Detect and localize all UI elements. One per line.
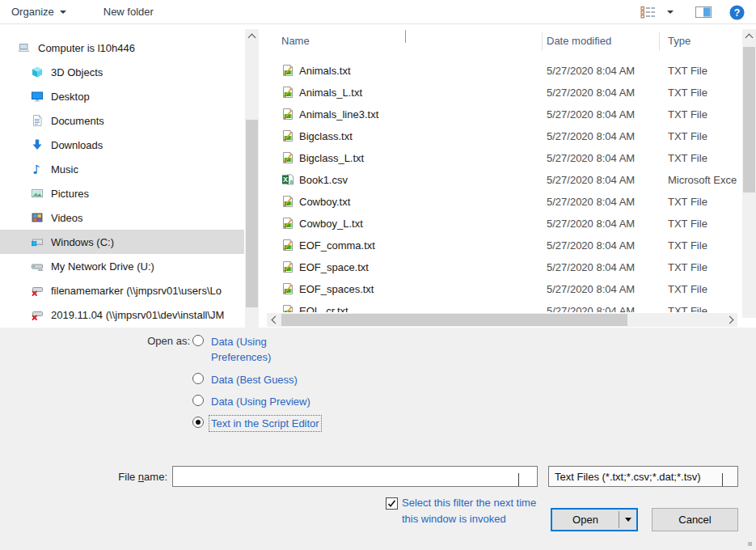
file-type-filter-select[interactable]: Text Files (*.txt;*.csv;*.dat;*.tsv) — [548, 466, 738, 487]
scroll-up-icon[interactable] — [742, 29, 756, 43]
file-date-modified: 5/27/2020 8:04 AM — [547, 261, 635, 273]
radio-button[interactable] — [192, 373, 204, 384]
sort-ascending-icon — [405, 30, 406, 43]
column-separator[interactable] — [659, 32, 660, 51]
open-as-option-data-using-preview[interactable]: Data (Using Preview) — [192, 393, 313, 410]
radio-label[interactable]: Data (Using Preview) — [209, 393, 313, 410]
file-date-modified: 5/27/2020 8:04 AM — [547, 108, 635, 121]
file-row-animals-line3-txt[interactable]: Animals_line3.txt5/27/2020 8:04 AMTXT Fi… — [267, 104, 742, 125]
new-folder-label: New folder — [103, 6, 154, 18]
sidebar-item-windows-c[interactable]: Windows (C:) — [0, 230, 244, 254]
svg-text:X: X — [283, 176, 288, 184]
file-type-filter-value: Text Files (*.txt;*.csv;*.dat;*.tsv) — [555, 471, 701, 483]
radio-label[interactable]: Data (Best Guess) — [209, 371, 300, 388]
sidebar-item-music[interactable]: Music — [0, 157, 244, 181]
horizontal-scrollbar-thumb[interactable] — [281, 314, 627, 326]
sidebar-item-label: Windows (C:) — [51, 236, 114, 248]
open-button-label: Open — [572, 514, 598, 526]
sidebar-item-documents[interactable]: Documents — [0, 108, 244, 133]
file-row-cowboy-l-txt[interactable]: Cowboy_L.txt5/27/2020 8:04 AMTXT File — [267, 213, 742, 235]
file-row-eof-spaces-txt[interactable]: EOF_spaces.txt5/27/2020 8:04 AMTXT File — [267, 278, 742, 300]
open-as-option-data-using-preferences[interactable]: Data (Using Preferences) — [192, 333, 325, 366]
file-row-eof-comma-txt[interactable]: EOF_comma.txt5/27/2020 8:04 AMTXT File — [267, 235, 742, 256]
file-date-modified: 5/27/2020 8:04 AM — [547, 87, 635, 99]
open-button[interactable]: Open — [551, 508, 638, 531]
radio-button[interactable] — [192, 417, 204, 428]
music-note-icon — [31, 163, 44, 176]
sidebar-item-label: 2019.11.04 (\\jmpsrv01\dev\install\JM — [51, 309, 224, 321]
file-row-bigclass-txt[interactable]: Bigclass.txt5/27/2020 8:04 AMTXT File — [267, 125, 742, 147]
organize-menu-button[interactable]: Organize — [11, 6, 66, 18]
help-icon[interactable]: ? — [729, 5, 745, 20]
sidebar-item-2019-11-04-jmpsrv01-dev-install-jm[interactable]: 2019.11.04 (\\jmpsrv01\dev\install\JM — [0, 302, 244, 327]
file-name: Animals_line3.txt — [299, 108, 378, 121]
sidebar-scrollbar[interactable] — [245, 29, 259, 328]
column-header-date-modified[interactable]: Date modified — [547, 35, 611, 47]
jmp-text-file-icon — [281, 151, 294, 164]
sidebar-item-videos[interactable]: Videos — [0, 205, 244, 230]
file-type: Microsoft Exce — [668, 174, 742, 186]
file-list-scrollbar[interactable] — [742, 29, 756, 318]
views-caret-icon[interactable] — [667, 11, 674, 14]
network-drive-icon — [31, 260, 44, 273]
radio-label[interactable]: Text in the Script Editor — [209, 415, 322, 432]
preview-pane-icon[interactable] — [695, 6, 712, 19]
file-type: TXT File — [668, 283, 742, 295]
scroll-left-icon[interactable] — [267, 313, 281, 327]
jmp-text-file-icon — [281, 108, 294, 121]
column-header-type[interactable]: Type — [668, 35, 691, 47]
scroll-up-icon[interactable] — [245, 29, 259, 43]
file-type: TXT File — [668, 305, 742, 312]
sidebar-item-my-network-drive-u[interactable]: My Network Drive (U:) — [0, 254, 244, 278]
sidebar-item-label: Pictures — [51, 188, 89, 200]
jmp-text-file-icon — [281, 260, 294, 273]
cancel-button[interactable]: Cancel — [652, 508, 738, 531]
sidebar-item-computer-is-l10h446[interactable]: Computer is l10h446 — [0, 36, 244, 60]
new-folder-button[interactable]: New folder — [103, 6, 154, 18]
file-row-book1-csv[interactable]: aXBook1.csv5/27/2020 8:04 AMMicrosoft Ex… — [267, 169, 742, 191]
file-row-animals-l-txt[interactable]: Animals_L.txt5/27/2020 8:04 AMTXT File — [267, 82, 742, 104]
radio-label[interactable]: Data (Using Preferences) — [209, 333, 325, 366]
file-date-modified: 5/27/2020 8:04 AM — [547, 65, 635, 77]
jmp-text-file-icon — [281, 282, 294, 295]
file-name-dropdown-icon[interactable] — [518, 473, 519, 485]
open-as-option-text-in-the-script-editor[interactable]: Text in the Script Editor — [192, 415, 322, 432]
scroll-right-icon[interactable] — [724, 313, 737, 327]
filter-checkbox-label[interactable]: Select this filter the next time this wi… — [402, 495, 541, 527]
open-as-option-data-best-guess[interactable]: Data (Best Guess) — [192, 371, 300, 388]
sidebar-item-label: 3D Objects — [51, 66, 103, 78]
sidebar-item-downloads[interactable]: Downloads — [0, 133, 244, 157]
sidebar-item-filenamemarker-jmpsrv01-users-lo[interactable]: filenamemarker (\\jmpsrv01\users\Lo — [0, 278, 244, 302]
sidebar-item-label: Music — [51, 163, 78, 176]
file-name: EOF_comma.txt — [299, 239, 375, 252]
column-separator[interactable] — [542, 32, 543, 51]
file-list-scrollbar-thumb[interactable] — [743, 47, 755, 192]
sidebar-item-pictures[interactable]: Pictures — [0, 181, 244, 205]
resize-grip[interactable] — [748, 542, 752, 546]
file-row-bigclass-l-txt[interactable]: Bigclass_L.txt5/27/2020 8:04 AMTXT File — [267, 147, 742, 169]
filter-dropdown-icon[interactable] — [722, 473, 723, 485]
sidebar-item-3d-objects[interactable]: 3D Objects — [0, 60, 244, 84]
sidebar-scrollbar-thumb[interactable] — [246, 120, 258, 307]
file-date-modified: 5/27/2020 8:04 AM — [547, 239, 635, 252]
network-drive-disconnected-icon — [31, 308, 44, 321]
file-row-eol-cr-txt[interactable]: EOL_cr.txt5/27/2020 8:04 AMTXT File — [267, 300, 742, 312]
horizontal-scrollbar[interactable] — [267, 313, 737, 327]
column-header-name[interactable]: Name — [281, 35, 310, 47]
file-row-cowboy-txt[interactable]: Cowboy.txt5/27/2020 8:04 AMTXT File — [267, 191, 742, 213]
file-name-input[interactable] — [172, 466, 538, 487]
file-row-eof-space-txt[interactable]: EOF_space.txt5/27/2020 8:04 AMTXT File — [267, 256, 742, 278]
radio-button[interactable] — [192, 335, 204, 346]
change-view-icon[interactable] — [640, 6, 657, 19]
file-name: EOL_cr.txt — [299, 305, 348, 312]
cancel-button-label: Cancel — [678, 514, 711, 526]
filter-checkbox[interactable] — [386, 497, 398, 510]
open-dropdown-icon[interactable] — [619, 510, 636, 530]
command-toolbar: Organize New folder ? — [0, 0, 756, 24]
jmp-text-file-icon — [281, 64, 294, 77]
open-as-label: Open as: — [105, 335, 190, 347]
file-row-animals-txt[interactable]: Animals.txt5/27/2020 8:04 AMTXT File — [267, 60, 742, 82]
sidebar-item-desktop[interactable]: Desktop — [0, 84, 244, 108]
jmp-text-file-icon — [281, 217, 294, 230]
radio-button[interactable] — [192, 395, 204, 406]
